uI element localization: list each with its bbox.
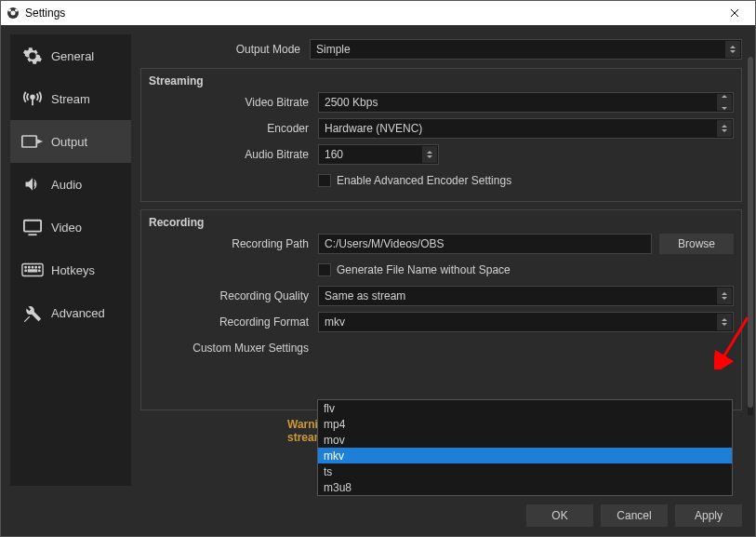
output-mode-select[interactable]: Simple: [310, 39, 742, 60]
sidebar-label: Stream: [51, 92, 90, 106]
muxer-label: Custom Muxer Settings: [149, 342, 318, 355]
sidebar-item-video[interactable]: Video: [10, 206, 131, 248]
svg-point-12: [39, 266, 40, 267]
svg-point-8: [25, 266, 26, 267]
sidebar: General Stream Output Audio Video: [10, 34, 131, 486]
sidebar-label: Audio: [51, 178, 82, 192]
svg-rect-15: [28, 270, 36, 272]
gen-filename-checkbox[interactable]: [318, 263, 331, 276]
cancel-button[interactable]: Cancel: [601, 504, 668, 527]
ok-button[interactable]: OK: [526, 504, 593, 527]
output-mode-label: Output Mode: [140, 43, 310, 56]
format-option-mov[interactable]: mov: [318, 432, 732, 448]
format-option-m3u8[interactable]: m3u8: [318, 479, 732, 495]
close-button[interactable]: [720, 1, 749, 25]
recording-format-label: Recording Format: [149, 315, 318, 329]
svg-point-3: [15, 9, 18, 12]
encoder-label: Encoder: [149, 122, 318, 135]
video-bitrate-input[interactable]: 2500 Kbps: [318, 92, 734, 113]
advanced-encoder-label: Enable Advanced Encoder Settings: [337, 174, 511, 187]
format-dropdown-list: flv mp4 mov mkv ts m3u8: [317, 399, 733, 496]
gear-icon: [20, 46, 46, 66]
sidebar-label: Output: [51, 135, 87, 149]
recording-quality-select[interactable]: Same as stream: [318, 286, 734, 306]
encoder-select[interactable]: Hardware (NVENC): [318, 118, 734, 139]
scrollbar[interactable]: [748, 57, 753, 415]
monitor-icon: [20, 217, 46, 237]
sidebar-item-advanced[interactable]: Advanced: [10, 291, 131, 334]
svg-rect-6: [24, 221, 41, 232]
format-option-ts[interactable]: ts: [318, 463, 732, 479]
sidebar-label: Hotkeys: [51, 263, 95, 277]
scrollbar-thumb[interactable]: [748, 57, 753, 408]
keyboard-icon: [20, 260, 46, 280]
video-bitrate-label: Video Bitrate: [149, 96, 318, 109]
sidebar-label: Video: [51, 221, 82, 235]
output-icon: [20, 131, 46, 152]
window-title: Settings: [25, 7, 65, 20]
titlebar: Settings: [1, 1, 755, 25]
svg-point-10: [32, 266, 33, 267]
sidebar-item-audio[interactable]: Audio: [10, 163, 131, 206]
sidebar-item-stream[interactable]: Stream: [10, 77, 131, 120]
sidebar-item-hotkeys[interactable]: Hotkeys: [10, 248, 131, 291]
antenna-icon: [20, 88, 46, 109]
sidebar-label: Advanced: [51, 306, 105, 320]
svg-point-14: [39, 270, 40, 271]
tools-icon: [20, 302, 46, 323]
svg-point-13: [25, 270, 26, 271]
apply-button[interactable]: Apply: [675, 504, 742, 527]
recording-path-label: Recording Path: [149, 237, 318, 250]
gen-filename-label: Generate File Name without Space: [337, 263, 511, 276]
recording-title: Recording: [149, 216, 734, 229]
recording-path-input[interactable]: C:/Users/M/Videos/OBS: [318, 234, 652, 254]
recording-group: Recording Recording Path C:/Users/M/Vide…: [140, 209, 742, 410]
svg-point-2: [8, 9, 11, 12]
format-option-flv[interactable]: flv: [318, 400, 732, 416]
sidebar-label: General: [51, 49, 94, 63]
speaker-icon: [20, 174, 46, 195]
audio-bitrate-select[interactable]: 160: [318, 144, 439, 165]
recording-format-select[interactable]: mkv: [318, 312, 734, 332]
svg-point-9: [29, 266, 30, 267]
app-icon: [7, 7, 20, 20]
audio-bitrate-label: Audio Bitrate: [149, 148, 318, 161]
format-option-mkv[interactable]: mkv: [318, 448, 732, 463]
settings-window: Settings General Stream Output: [0, 0, 756, 537]
format-option-mp4[interactable]: mp4: [318, 416, 732, 432]
advanced-encoder-checkbox[interactable]: [318, 174, 331, 187]
sidebar-item-output[interactable]: Output: [10, 120, 131, 163]
svg-point-11: [35, 266, 36, 267]
footer: OK Cancel Apply: [1, 495, 755, 536]
svg-rect-5: [22, 136, 36, 147]
streaming-title: Streaming: [149, 74, 734, 87]
svg-point-1: [11, 11, 16, 16]
svg-point-4: [31, 95, 34, 99]
sidebar-item-general[interactable]: General: [10, 34, 131, 77]
recording-quality-label: Recording Quality: [149, 289, 318, 302]
streaming-group: Streaming Video Bitrate 2500 Kbps Encode…: [140, 68, 742, 202]
browse-button[interactable]: Browse: [659, 234, 734, 254]
